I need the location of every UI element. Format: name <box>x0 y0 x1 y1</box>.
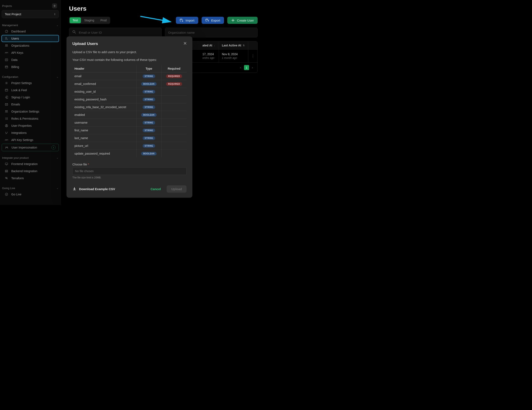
section-label: Management <box>2 24 18 27</box>
org-search-input[interactable] <box>168 31 255 34</box>
page-prev[interactable]: ‹ <box>238 65 243 70</box>
sidebar-item-dashboard[interactable]: Dashboard <box>2 28 59 35</box>
section-golive-header[interactable]: Going Live ⌄ <box>2 185 59 191</box>
api-icon: API <box>5 51 8 55</box>
import-button[interactable]: Import <box>176 17 198 24</box>
sidebar-item-terraform[interactable]: Terraform <box>2 175 59 181</box>
csv-type-cell: BOOLEAN <box>136 150 162 158</box>
monitor-icon <box>5 162 8 166</box>
sidebar-item-integrations[interactable]: Integrations <box>2 130 59 136</box>
csv-required-cell <box>162 150 187 158</box>
csv-required-cell <box>162 95 187 103</box>
section-management-header[interactable]: Management ⌄ <box>2 22 59 28</box>
csv-row: emailSTRINGREQUIRED <box>72 72 187 80</box>
nav-label: Frontend Integration <box>11 162 38 166</box>
project-selector[interactable]: Test Project ▲▼ <box>2 10 59 18</box>
required-badge: REQUIRED <box>166 75 182 78</box>
download-icon <box>72 187 76 191</box>
export-button[interactable]: Export <box>202 17 224 24</box>
sidebar-item-user-properties[interactable]: User Properties <box>2 122 59 129</box>
page-next[interactable]: › <box>250 65 255 70</box>
cell-date: Nov 8, 2024 <box>222 53 245 56</box>
chevron-down-icon: ⌄ <box>57 24 58 27</box>
download-example-link[interactable]: Download Example CSV <box>72 187 115 191</box>
nav-label: Organization Settings <box>11 110 39 113</box>
type-badge: STRING <box>142 136 155 140</box>
mail-icon <box>5 103 8 106</box>
add-project-button[interactable] <box>52 3 57 8</box>
cancel-button[interactable]: Cancel <box>147 185 165 193</box>
sidebar-item-look-feel[interactable]: Look & Feel <box>2 87 59 94</box>
sidebar-item-data[interactable]: Data <box>2 57 59 63</box>
cell-lastactive: Nov 8, 2024 1 month ago <box>219 50 248 62</box>
cell-rel: 1 month ago <box>222 56 245 59</box>
email-search-input[interactable] <box>79 31 159 34</box>
sidebar-item-api-key-settings[interactable]: API API Key Settings <box>2 137 59 143</box>
row-actions-menu[interactable]: ⋮ <box>248 50 257 62</box>
userprops-icon <box>5 124 8 128</box>
type-badge: BOOLEAN <box>141 82 157 86</box>
file-input[interactable]: No file chosen <box>72 167 187 175</box>
csv-required-cell <box>162 119 187 126</box>
nav-label: Dashboard <box>11 30 26 33</box>
col-created-at[interactable]: ated At ↓ <box>200 41 219 49</box>
email-search-box[interactable] <box>69 28 162 38</box>
type-badge: BOOLEAN <box>141 152 157 155</box>
svg-point-23 <box>206 19 208 20</box>
svg-rect-17 <box>5 163 8 165</box>
section-configuration-header[interactable]: Configuration ⌄ <box>2 74 59 80</box>
sidebar-item-organizations[interactable]: Organizations <box>2 42 59 49</box>
csv-header-cell: enabled <box>72 111 136 119</box>
page-number[interactable]: 1 <box>244 65 249 70</box>
updown-chevron-icon: ▲▼ <box>54 13 56 16</box>
sidebar-item-signup-login[interactable]: Signup / Login <box>2 94 59 101</box>
roles-icon <box>5 117 8 121</box>
gear-icon <box>5 81 8 85</box>
info-icon: i <box>51 145 56 150</box>
integrations-icon <box>5 131 8 135</box>
csv-header-cell: email_confirmed <box>72 80 136 88</box>
svg-point-2 <box>7 39 8 39</box>
server-icon <box>5 169 8 173</box>
sidebar-item-roles[interactable]: Roles & Permissions <box>2 115 59 122</box>
sidebar-item-billing[interactable]: Billing <box>2 64 59 70</box>
sidebar-item-golive[interactable]: Go Live <box>2 191 59 198</box>
sidebar-item-user-impersonation[interactable]: User Impersonation i <box>2 144 59 151</box>
csv-row: existing_mfa_base_32_encoded_secretSTRIN… <box>72 103 187 111</box>
env-tab-staging[interactable]: Staging <box>81 17 97 23</box>
modal-close-button[interactable] <box>184 42 187 46</box>
csv-required-cell <box>162 142 187 150</box>
nav-label: Roles & Permissions <box>11 117 38 120</box>
col-label: Last Active At <box>222 44 241 47</box>
sidebar-item-api-keys[interactable]: API API Keys <box>2 49 59 56</box>
env-tab-test[interactable]: Test <box>70 17 81 23</box>
sidebar-item-users[interactable]: Users <box>2 35 59 42</box>
sidebar-item-project-settings[interactable]: Project Settings <box>2 80 59 86</box>
plus-icon <box>53 4 56 7</box>
choose-file-label: Choose file * <box>72 163 187 166</box>
col-last-active[interactable]: Last Active At ⇅ <box>219 41 248 49</box>
plus-icon <box>231 19 235 22</box>
env-tab-prod[interactable]: Prod <box>97 17 110 23</box>
csv-header-cell: email <box>72 72 136 80</box>
sidebar-item-emails[interactable]: Emails <box>2 101 59 108</box>
svg-point-22 <box>180 19 182 20</box>
section-integrate-header[interactable]: Integrate your product ⌄ <box>2 155 59 161</box>
nav-label: API Keys <box>11 51 23 54</box>
org-search-box[interactable] <box>165 28 258 38</box>
nav-label: Integrations <box>11 131 27 134</box>
cell-date: 17, 2024 <box>202 53 216 56</box>
sidebar-item-frontend[interactable]: Frontend Integration <box>2 161 59 167</box>
download-label: Download Example CSV <box>79 187 115 191</box>
type-badge: BOOLEAN <box>141 113 157 117</box>
csv-type-cell: STRING <box>136 142 162 150</box>
nav-label: Signup / Login <box>11 95 30 99</box>
csv-row: update_password_requiredBOOLEAN <box>72 150 187 158</box>
upload-button[interactable]: Upload <box>167 185 187 193</box>
sidebar-item-org-settings[interactable]: Organization Settings <box>2 108 59 115</box>
create-user-button[interactable]: Create User <box>227 17 258 24</box>
nav-label: Project Settings <box>11 81 32 85</box>
sidebar-item-backend[interactable]: Backend Integration <box>2 168 59 174</box>
svg-line-21 <box>140 16 171 22</box>
button-label: Import <box>185 19 194 22</box>
